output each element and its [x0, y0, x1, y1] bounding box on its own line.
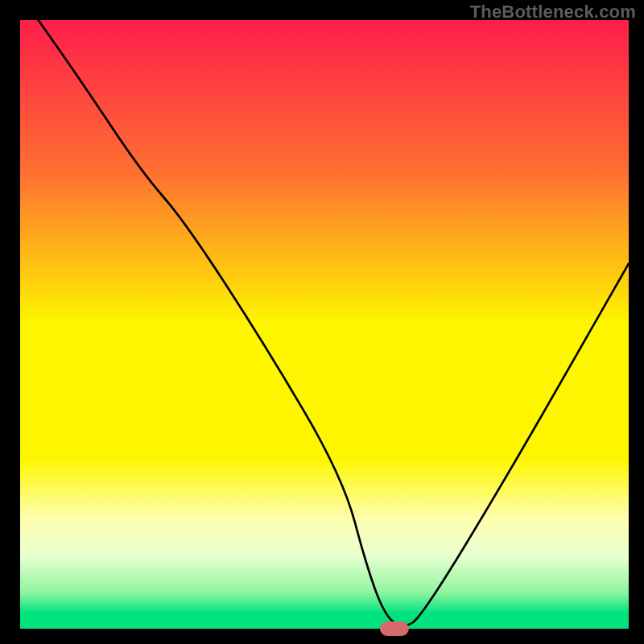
gradient-background	[20, 20, 629, 629]
optimal-marker	[380, 621, 409, 636]
bottleneck-chart	[0, 0, 644, 644]
chart-frame: TheBottleneck.com	[0, 0, 644, 644]
